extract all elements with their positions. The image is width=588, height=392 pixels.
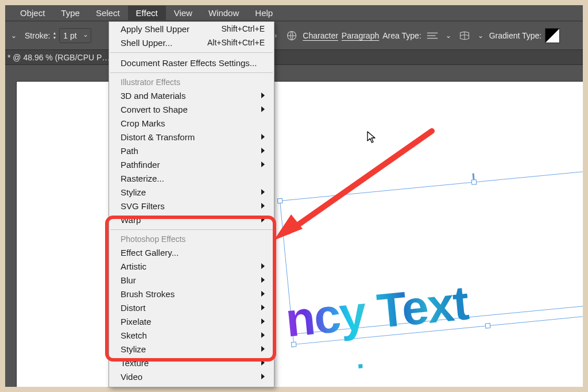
submenu-arrow-icon [261, 217, 265, 222]
submenu-arrow-icon [261, 305, 265, 310]
menuitem-sketch[interactable]: Sketch [109, 328, 274, 342]
menuitem-label: Warp [121, 215, 261, 225]
submenu-arrow-icon [261, 162, 265, 167]
submenu-arrow-icon [261, 263, 265, 269]
menuitem-label: Stylize [121, 344, 261, 354]
menuitem-label: Sketch [121, 330, 261, 340]
menuitem-label: Stylize [121, 187, 261, 197]
canvas-area: ncy Text [5, 66, 583, 387]
shortcut-text: Shift+Ctrl+E [222, 24, 265, 33]
menuitem-effect-gallery[interactable]: Effect Gallery... [109, 245, 274, 259]
menuitem-brush-strokes[interactable]: Brush Strokes [109, 287, 274, 301]
submenu-arrow-icon [261, 203, 265, 209]
gradient-type-label: Gradient Type: [489, 31, 542, 40]
submenu-arrow-icon [261, 346, 265, 352]
menuitem-path[interactable]: Path [109, 144, 274, 157]
menuitem-label: Brush Strokes [121, 289, 261, 299]
shortcut-text: Alt+Shift+Ctrl+E [207, 38, 265, 47]
menuitem-stylize[interactable]: Stylize [109, 342, 274, 356]
menuitem-rasterize[interactable]: Rasterize... [109, 171, 274, 185]
menuitem-warp[interactable]: Warp [109, 213, 274, 226]
menuitem-svg-filters[interactable]: SVG Filters [109, 199, 274, 213]
application-window: Object Type Select Effect View Window He… [5, 5, 583, 387]
menuitem-apply-last-effect[interactable]: Apply Shell Upper Shift+Ctrl+E [109, 22, 274, 36]
menuitem-pathfinder[interactable]: Pathfinder [109, 157, 274, 171]
menuitem-label: Pathfinder [121, 160, 261, 170]
menuitem-video[interactable]: Video [109, 370, 274, 383]
menuitem-label: Artistic [121, 262, 261, 271]
resize-handle[interactable] [277, 198, 283, 204]
menuitem-document-raster-settings[interactable]: Document Raster Effects Settings... [109, 56, 274, 70]
menuitem-last-effect[interactable]: Shell Upper... Alt+Shift+Ctrl+E [109, 36, 274, 49]
menuitem-texture[interactable]: Texture [109, 356, 274, 370]
menu-select[interactable]: Select [88, 6, 128, 20]
menuitem-label: Path [121, 146, 261, 156]
menuitem-label: Texture [121, 358, 261, 368]
menu-object[interactable]: Object [12, 6, 53, 20]
menuitem-label: Rasterize... [121, 174, 265, 183]
effect-menu-dropdown: Apply Shell Upper Shift+Ctrl+E Shell Upp… [109, 21, 274, 387]
options-bar: ⌄ Stroke: ▴▾ 1 pt › Character Paragraph … [5, 21, 583, 50]
resize-handle[interactable] [471, 179, 477, 185]
submenu-arrow-icon [261, 291, 265, 297]
stroke-label: Stroke: [25, 31, 50, 40]
menuitem-pixelate[interactable]: Pixelate [109, 314, 274, 328]
character-panel-link[interactable]: Character [303, 31, 338, 40]
submenu-arrow-icon [261, 93, 265, 98]
submenu-arrow-icon [261, 148, 265, 153]
menu-help[interactable]: Help [247, 6, 281, 20]
menuitem-label: Crop Marks [121, 118, 265, 128]
menuitem-label: Blur [121, 275, 261, 285]
document-tab-title[interactable]: * @ 48.96 % (RGB/CPU P… [5, 50, 583, 65]
menuitem-label: Distort [121, 303, 261, 313]
menu-separator [110, 72, 273, 73]
menuitem-crop-marks[interactable]: Crop Marks [109, 116, 274, 130]
area-type-label: Area Type: [382, 31, 421, 40]
submenu-arrow-icon [261, 360, 265, 366]
menuitem-stylize[interactable]: Stylize [109, 185, 274, 199]
submenu-arrow-icon [261, 134, 265, 140]
submenu-arrow-icon [261, 277, 265, 283]
menu-bar: Object Type Select Effect View Window He… [5, 5, 583, 21]
resize-handle[interactable] [485, 323, 491, 329]
gradient-swatch[interactable] [545, 28, 560, 43]
menu-section-photoshop-effects: Photoshop Effects [109, 233, 274, 245]
menuitem-label: Convert to Shape [121, 105, 261, 114]
menuitem-convert-to-shape[interactable]: Convert to Shape [109, 102, 274, 116]
submenu-arrow-icon [261, 189, 265, 195]
menu-separator [110, 52, 273, 53]
menu-view[interactable]: View [166, 6, 200, 20]
menuitem-label: Effect Gallery... [121, 248, 265, 258]
stroke-weight-input[interactable]: 1 pt [59, 28, 91, 43]
submenu-arrow-icon [261, 106, 265, 112]
mouse-cursor-icon [367, 131, 377, 144]
menu-separator [110, 229, 273, 230]
paragraph-panel-link[interactable]: Paragraph [342, 31, 379, 40]
menu-effect[interactable]: Effect [128, 6, 166, 20]
globe-icon[interactable] [284, 28, 299, 43]
submenu-arrow-icon [261, 332, 265, 338]
submenu-arrow-icon [261, 318, 265, 324]
menu-type[interactable]: Type [53, 6, 88, 20]
text-anchor-marker [358, 364, 363, 368]
menuitem-label: 3D and Materials [121, 91, 261, 101]
menu-window[interactable]: Window [200, 6, 247, 20]
menuitem-label: Video [121, 372, 261, 382]
menuitem-label: SVG Filters [121, 201, 261, 211]
stroke-stepper[interactable]: ▴▾ [53, 31, 56, 40]
options-dropdown-icon[interactable]: ⌄ [9, 26, 19, 45]
menuitem-label: Distort & Transform [121, 132, 261, 142]
menuitem-artistic[interactable]: Artistic [109, 259, 274, 273]
menuitem-label: Pixelate [121, 317, 261, 326]
menuitem-distort[interactable]: Distort [109, 301, 274, 314]
menuitem-3d-and-materials[interactable]: 3D and Materials [109, 89, 274, 102]
submenu-arrow-icon [261, 374, 265, 379]
envelope-warp-icon[interactable] [457, 28, 472, 43]
menuitem-blur[interactable]: Blur [109, 273, 274, 287]
menu-section-illustrator-effects: Illustrator Effects [109, 76, 274, 89]
align-lines-icon[interactable] [425, 28, 440, 43]
warp-dropdown-icon[interactable]: ⌄ [475, 26, 486, 45]
menuitem-distort-transform[interactable]: Distort & Transform [109, 130, 274, 144]
stepper-arrows-icon[interactable]: ▴▾ [53, 31, 56, 40]
align-dropdown-icon[interactable]: ⌄ [443, 26, 454, 45]
